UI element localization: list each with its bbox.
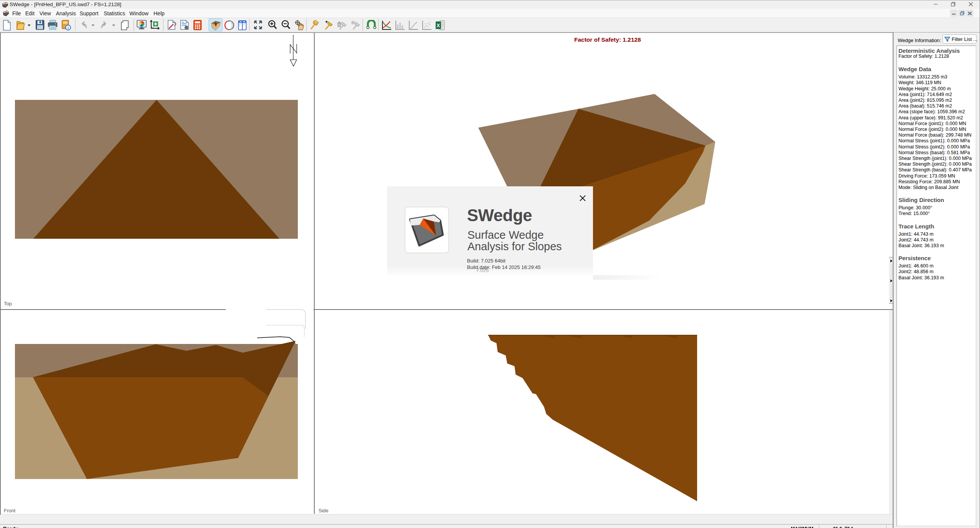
svg-text:i: i: [68, 26, 69, 30]
svg-text:Top: Top: [4, 301, 12, 306]
svg-text:Side: Side: [318, 508, 328, 513]
svg-text:X: X: [437, 23, 440, 28]
svg-text:Front: Front: [4, 508, 16, 513]
svg-text:Factor of Safety: 1.2128: Factor of Safety: 1.2128: [574, 36, 641, 43]
